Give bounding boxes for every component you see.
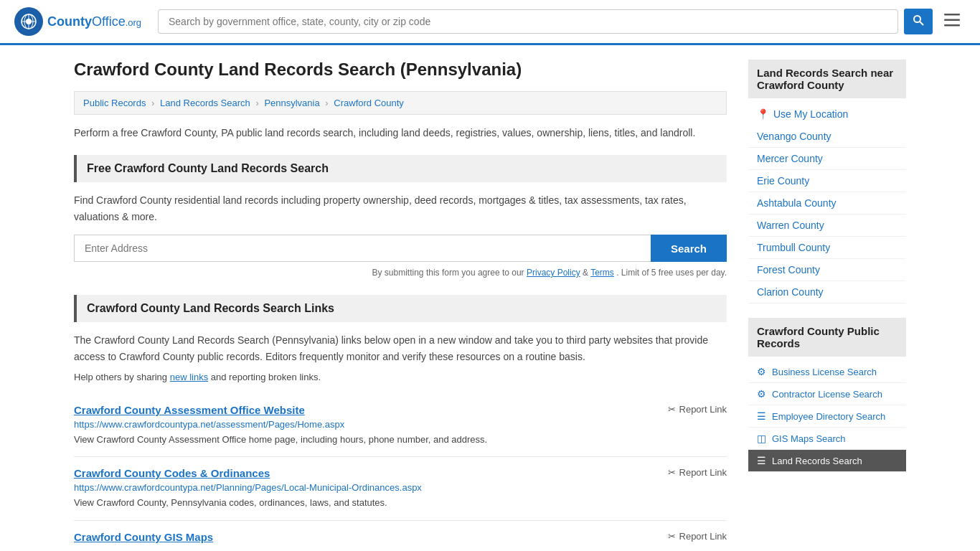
sidebar-item-forest[interactable]: Forest County: [748, 259, 906, 281]
sidebar-employee-directory[interactable]: ☰ Employee Directory Search: [748, 405, 906, 428]
scissors-icon-2: ✂: [668, 467, 676, 478]
report-link-button-2[interactable]: ✂ Report Link: [668, 467, 727, 478]
privacy-policy-link[interactable]: Privacy Policy: [527, 268, 580, 278]
sidebar-item-mercer[interactable]: Mercer County: [748, 148, 906, 170]
terms-link[interactable]: Terms: [590, 268, 614, 278]
breadcrumb: Public Records › Land Records Search › P…: [74, 91, 727, 115]
header-search-container: [158, 9, 966, 34]
gear-icon-1: ⚙: [757, 366, 766, 377]
directory-icon: ☰: [757, 410, 766, 422]
breadcrumb-crawford-county[interactable]: Crawford County: [334, 98, 404, 108]
logo-office: Office: [92, 14, 126, 29]
page-description: Perform a free Crawford County, PA publi…: [74, 125, 727, 141]
content-area: Crawford County Land Records Search (Pen…: [74, 60, 727, 551]
sidebar-item-trumbull[interactable]: Trumbull County: [748, 237, 906, 259]
site-header: CountyOffice.org: [0, 0, 980, 45]
svg-line-6: [920, 22, 923, 25]
sidebar-contractor-license[interactable]: ⚙ Contractor License Search: [748, 383, 906, 405]
logo-tld: .org: [126, 17, 141, 28]
sidebar-land-records[interactable]: ☰ Land Records Search: [748, 450, 906, 472]
form-disclaimer: By submitting this form you agree to our…: [74, 268, 727, 278]
header-search-input[interactable]: [158, 9, 898, 34]
link-desc-2: View Crawford County, Pennsylvania codes…: [74, 496, 727, 510]
sidebar-public-records-section: Crawford County Public Records ⚙ Busines…: [748, 318, 906, 472]
scissors-icon-1: ✂: [668, 404, 676, 415]
sidebar-item-venango[interactable]: Venango County: [748, 126, 906, 148]
links-section: Crawford County Land Records Search Link…: [74, 295, 727, 551]
free-search-header: Free Crawford County Land Records Search: [74, 155, 727, 182]
logo-text: CountyOffice.org: [47, 14, 141, 29]
link-title-1[interactable]: Crawford County Assessment Office Websit…: [74, 404, 305, 416]
svg-rect-8: [944, 19, 960, 21]
main-container: Crawford County Land Records Search (Pen…: [60, 45, 920, 551]
sidebar-public-records-header: Crawford County Public Records: [748, 318, 906, 357]
address-search-row: Search: [74, 235, 727, 262]
report-link-button-3[interactable]: ✂ Report Link: [668, 531, 727, 542]
sidebar-nearby-section: Land Records Search near Crawford County…: [748, 60, 906, 303]
svg-rect-9: [944, 24, 960, 27]
header-search-button[interactable]: [904, 9, 933, 34]
link-title-2[interactable]: Crawford County Codes & Ordinances: [74, 467, 270, 479]
svg-rect-7: [944, 14, 960, 16]
sidebar-item-erie[interactable]: Erie County: [748, 170, 906, 192]
address-input[interactable]: [74, 235, 651, 262]
address-search-button[interactable]: Search: [651, 235, 727, 262]
sidebar-item-clarion[interactable]: Clarion County: [748, 281, 906, 303]
links-desc: The Crawford County Land Records Search …: [74, 332, 727, 364]
link-url-1: https://www.crawfordcountypa.net/assessm…: [74, 419, 727, 430]
sidebar: Land Records Search near Crawford County…: [748, 60, 906, 551]
sidebar-gis-maps[interactable]: ◫ GIS Maps Search: [748, 428, 906, 450]
search-form-section: Free Crawford County Land Records Search…: [74, 155, 727, 278]
logo-icon: [14, 7, 43, 36]
link-item: Crawford County Codes & Ordinances ✂ Rep…: [74, 457, 727, 521]
link-item: Crawford County Assessment Office Websit…: [74, 394, 727, 458]
link-url-2: https://www.crawfordcountypa.net/Plannin…: [74, 482, 727, 493]
free-search-desc: Find Crawford County residential land re…: [74, 192, 727, 225]
sidebar-item-ashtabula[interactable]: Ashtabula County: [748, 192, 906, 215]
location-icon: 📍: [757, 108, 769, 120]
logo-area: CountyOffice.org: [14, 7, 143, 36]
page-title: Crawford County Land Records Search (Pen…: [74, 60, 727, 80]
link-title-3[interactable]: Crawford County GIS Maps: [74, 531, 213, 543]
sidebar-use-location[interactable]: 📍 Use My Location: [748, 103, 906, 126]
svg-point-5: [914, 16, 920, 22]
sidebar-item-warren[interactable]: Warren County: [748, 215, 906, 237]
links-section-header: Crawford County Land Records Search Link…: [74, 295, 727, 322]
report-link-button-1[interactable]: ✂ Report Link: [668, 404, 727, 415]
scissors-icon-3: ✂: [668, 531, 676, 542]
breadcrumb-public-records[interactable]: Public Records: [83, 98, 146, 108]
new-links-text: Help others by sharing new links and rep…: [74, 372, 727, 382]
logo-county: County: [47, 14, 92, 29]
map-icon: ◫: [757, 433, 766, 444]
gear-icon-2: ⚙: [757, 388, 766, 400]
new-links-link[interactable]: new links: [170, 372, 208, 382]
link-desc-1: View Crawford County Assessment Office h…: [74, 433, 727, 447]
sidebar-nearby-header: Land Records Search near Crawford County: [748, 60, 906, 98]
land-records-icon: ☰: [757, 455, 766, 466]
menu-button[interactable]: [938, 11, 966, 33]
breadcrumb-land-records-search[interactable]: Land Records Search: [160, 98, 250, 108]
link-item: Crawford County GIS Maps ✂ Report Link: [74, 521, 727, 551]
sidebar-business-license[interactable]: ⚙ Business License Search: [748, 361, 906, 383]
breadcrumb-pennsylvania[interactable]: Pennsylvania: [264, 98, 319, 108]
